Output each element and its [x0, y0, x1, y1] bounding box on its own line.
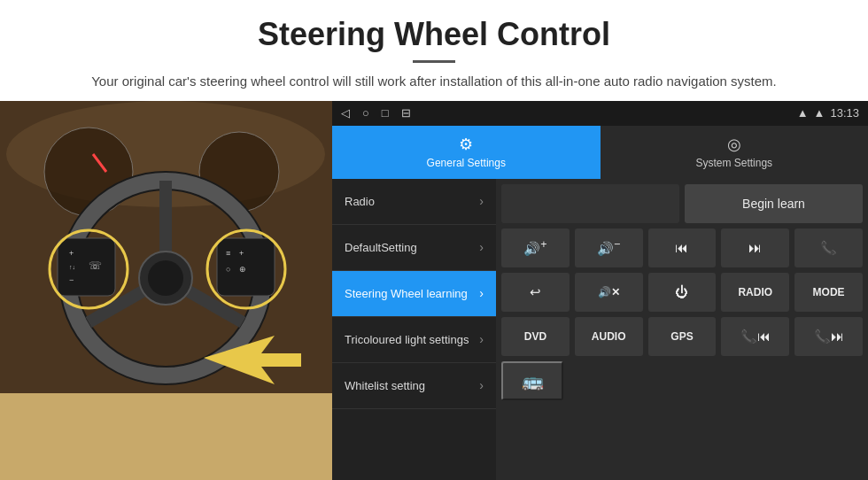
svg-rect-11 [58, 238, 115, 296]
svg-text:⊕: ⊕ [239, 265, 246, 274]
begin-learn-row: Begin learn [501, 184, 863, 223]
svg-text:↑↓: ↑↓ [69, 264, 75, 270]
general-settings-icon: ⚙ [459, 135, 473, 154]
settings-tabs: ⚙ General Settings ◎ System Settings [332, 126, 868, 179]
volume-up-button[interactable]: 🔊+ [501, 228, 570, 267]
mute-icon: 🔊✕ [598, 286, 620, 298]
home-icon[interactable]: ○ [362, 106, 369, 120]
page-title: Steering Wheel Control [53, 16, 815, 53]
control-row-1: 🔊+ 🔊− ⏮ ⏭ 📞 [501, 228, 863, 267]
begin-learn-button[interactable]: Begin learn [685, 184, 863, 223]
menu-item-radio-label: Radio [345, 195, 375, 208]
audio-button[interactable]: AUDIO [575, 317, 643, 356]
tab-general[interactable]: ⚙ General Settings [332, 126, 601, 179]
menu-item-whitelist-label: Whitelist setting [345, 379, 425, 392]
settings-main: Radio › DefaultSetting › Steering Wheel … [332, 179, 868, 481]
volume-up-icon: 🔊+ [523, 238, 546, 257]
menu-item-tricoloured[interactable]: Tricoloured light settings › [332, 317, 496, 363]
control-panel: Begin learn 🔊+ 🔊− ⏮ [496, 179, 868, 481]
next-track-button[interactable]: ⏭ [721, 228, 789, 267]
back-icon[interactable]: ◁ [341, 106, 350, 120]
power-button[interactable]: ⏻ [648, 273, 717, 312]
car-image: + ↑↓ − ☏ ≡ + ○ ⊕ [0, 101, 332, 481]
gps-label: GPS [670, 330, 693, 343]
gps-button[interactable]: GPS [648, 317, 717, 356]
dvd-label: DVD [524, 330, 546, 343]
mode-button[interactable]: MODE [794, 273, 863, 312]
hang-up-button[interactable]: ↩ [501, 273, 570, 312]
control-row-2: ↩ 🔊✕ ⏻ RADIO MODE [501, 273, 863, 312]
prev-track-button[interactable]: ⏮ [648, 228, 717, 267]
svg-text:−: − [69, 275, 74, 284]
chevron-icon: › [479, 194, 484, 208]
recents-icon[interactable]: □ [382, 106, 389, 120]
bus-icon: 🚌 [522, 370, 544, 391]
clock: 13:13 [830, 106, 859, 120]
menu-item-tricoloured-label: Tricoloured light settings [345, 333, 469, 346]
prev-track-icon: ⏮ [675, 240, 688, 255]
audio-label: AUDIO [592, 330, 626, 343]
menu-item-steering-label: Steering Wheel learning [345, 287, 468, 300]
svg-text:+: + [69, 249, 74, 258]
chevron-icon: › [479, 332, 484, 346]
settings-menu: Radio › DefaultSetting › Steering Wheel … [332, 179, 496, 481]
svg-text:○: ○ [226, 265, 230, 274]
phone-next-icon: 📞⏭ [814, 329, 844, 345]
next-track-icon: ⏭ [748, 240, 762, 255]
android-ui: ◁ ○ □ ⊟ ▲ ▲ 13:13 ⚙ General Settings [332, 101, 868, 481]
empty-cell [501, 184, 679, 223]
control-row-3: DVD AUDIO GPS 📞⏮ 📞⏭ [501, 317, 863, 356]
phone-prev-icon: 📞⏮ [740, 329, 771, 345]
radio-button[interactable]: RADIO [721, 273, 789, 312]
volume-down-button[interactable]: 🔊− [575, 228, 643, 267]
phone-next-button[interactable]: 📞⏭ [794, 317, 863, 356]
volume-down-icon: 🔊− [597, 238, 620, 257]
menu-item-steering[interactable]: Steering Wheel learning › [332, 271, 496, 317]
title-divider [413, 60, 455, 63]
phone-prev-button[interactable]: 📞⏮ [721, 317, 789, 356]
svg-text:≡: ≡ [226, 249, 230, 258]
chevron-icon: › [479, 378, 484, 392]
bottom-icon-row: 🚌 [501, 361, 863, 400]
menu-item-whitelist[interactable]: Whitelist setting › [332, 363, 496, 409]
menu-icon[interactable]: ⊟ [401, 106, 411, 120]
mode-label: MODE [813, 286, 845, 298]
radio-label: RADIO [738, 286, 772, 298]
svg-text:☏: ☏ [89, 259, 102, 272]
bus-icon-button[interactable]: 🚌 [501, 361, 563, 400]
page-subtitle: Your original car's steering wheel contr… [53, 72, 815, 92]
chevron-icon: › [479, 240, 484, 254]
menu-item-defaultsetting-label: DefaultSetting [345, 241, 417, 254]
menu-item-defaultsetting[interactable]: DefaultSetting › [332, 225, 496, 271]
power-icon: ⏻ [675, 284, 688, 299]
svg-text:+: + [239, 249, 244, 258]
chevron-icon: › [479, 286, 484, 300]
phone-button[interactable]: 📞 [794, 228, 863, 267]
svg-point-10 [148, 260, 183, 296]
dvd-button[interactable]: DVD [501, 317, 570, 356]
tab-system[interactable]: ◎ System Settings [601, 126, 869, 179]
status-bar: ◁ ○ □ ⊟ ▲ ▲ 13:13 [332, 101, 868, 126]
signal-icon: ▲ [797, 106, 809, 120]
phone-icon: 📞 [820, 240, 837, 256]
mute-button[interactable]: 🔊✕ [575, 273, 643, 312]
tab-system-label: System Settings [695, 157, 772, 169]
system-settings-icon: ◎ [727, 135, 741, 154]
wifi-icon: ▲ [814, 106, 825, 120]
tab-general-label: General Settings [427, 157, 506, 169]
menu-item-radio[interactable]: Radio › [332, 179, 496, 225]
hang-up-icon: ↩ [530, 284, 541, 300]
